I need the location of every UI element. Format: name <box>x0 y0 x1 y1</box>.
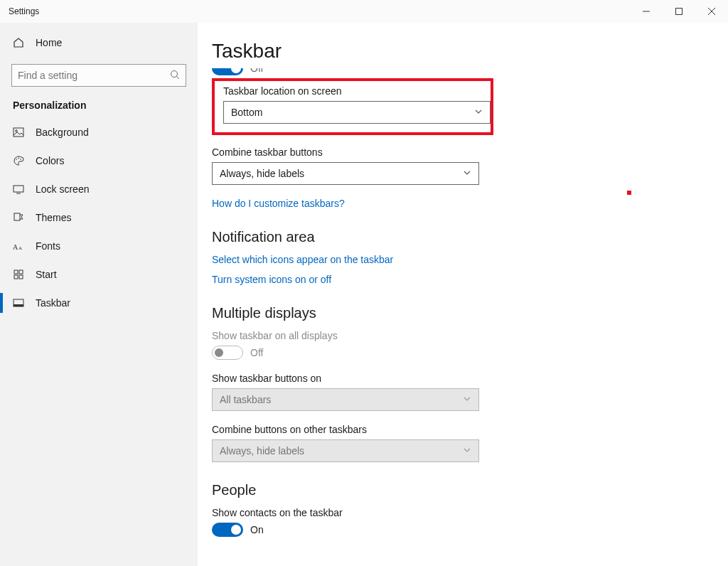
sidebar-item-label: Lock screen <box>36 183 89 195</box>
svg-point-4 <box>171 70 178 77</box>
titlebar: Settings <box>0 0 728 23</box>
partial-toggle-label: Off <box>250 68 263 74</box>
help-link[interactable]: How do I customize taskbars? <box>212 198 728 209</box>
show-buttons-on-label: Show taskbar buttons on <box>212 373 479 384</box>
chevron-down-icon <box>474 107 483 118</box>
palette-icon <box>13 155 24 166</box>
minimize-button[interactable] <box>630 0 663 23</box>
sidebar-item-taskbar[interactable]: Taskbar <box>0 289 198 317</box>
svg-text:A: A <box>13 243 18 251</box>
svg-text:A: A <box>18 245 22 251</box>
partial-toggle[interactable] <box>212 68 243 75</box>
sidebar-item-lock-screen[interactable]: Lock screen <box>0 175 198 203</box>
dropdown-value: Always, hide labels <box>220 445 304 456</box>
sidebar-item-label: Fonts <box>36 240 60 252</box>
search-input[interactable]: Find a setting <box>11 64 186 87</box>
dropdown-value: All taskbars <box>220 394 271 405</box>
sidebar-item-label: Background <box>36 127 89 138</box>
show-buttons-on-dropdown: All taskbars <box>212 388 479 411</box>
show-contacts-label: Show contacts on the taskbar <box>212 507 728 518</box>
taskbar-icon <box>13 297 24 309</box>
chevron-down-icon <box>463 394 471 405</box>
combine-taskbar-dropdown[interactable]: Always, hide labels <box>212 162 479 185</box>
toggle-state-label: On <box>250 524 264 535</box>
svg-rect-13 <box>14 213 20 220</box>
search-placeholder: Find a setting <box>18 70 77 81</box>
sidebar-item-start[interactable]: Start <box>0 260 198 289</box>
svg-rect-18 <box>14 275 18 279</box>
show-taskbar-all-toggle <box>212 346 243 360</box>
search-icon <box>170 70 180 82</box>
svg-rect-17 <box>19 270 23 274</box>
svg-point-10 <box>20 159 21 160</box>
close-button[interactable] <box>695 0 728 23</box>
page-title: Taskbar <box>212 40 728 63</box>
svg-point-9 <box>18 158 19 159</box>
lock-screen-icon <box>13 183 24 195</box>
highlight-annotation: Taskbar location on screen Bottom <box>212 78 493 135</box>
sidebar-item-colors[interactable]: Colors <box>0 146 198 175</box>
sidebar-item-label: Colors <box>36 155 64 166</box>
system-icons-link[interactable]: Turn system icons on or off <box>212 274 728 285</box>
sidebar-item-label: Taskbar <box>36 297 70 309</box>
home-button[interactable]: Home <box>0 28 198 57</box>
dropdown-value: Always, hide labels <box>220 168 304 179</box>
sidebar-item-label: Start <box>36 269 57 280</box>
taskbar-location-label: Taskbar location on screen <box>223 85 482 97</box>
home-icon <box>13 37 24 48</box>
svg-rect-6 <box>14 128 23 137</box>
multiple-displays-heading: Multiple displays <box>212 305 728 321</box>
notification-area-heading: Notification area <box>212 229 728 245</box>
window-controls <box>630 0 728 23</box>
combine-other-label: Combine buttons on other taskbars <box>212 424 479 435</box>
sidebar-item-label: Themes <box>36 212 72 223</box>
people-heading: People <box>212 482 728 498</box>
toggle-state-label: Off <box>250 347 263 358</box>
taskbar-location-dropdown[interactable]: Bottom <box>223 101 491 124</box>
annotation-dot <box>627 191 631 195</box>
svg-rect-16 <box>14 270 18 274</box>
partial-toggle-row: Off <box>212 68 728 75</box>
dropdown-value: Bottom <box>231 107 262 118</box>
svg-rect-11 <box>14 186 23 192</box>
home-label: Home <box>36 37 62 48</box>
combine-other-dropdown: Always, hide labels <box>212 439 479 462</box>
fonts-icon: AA <box>13 240 24 252</box>
show-contacts-toggle[interactable] <box>212 523 243 537</box>
sidebar: Home Find a setting Personalization Back… <box>0 23 198 566</box>
category-heading: Personalization <box>0 94 198 118</box>
svg-point-8 <box>16 159 17 160</box>
start-icon <box>13 269 24 280</box>
sidebar-item-fonts[interactable]: AA Fonts <box>0 232 198 260</box>
combine-taskbar-label: Combine taskbar buttons <box>212 146 479 158</box>
maximize-button[interactable] <box>663 0 695 23</box>
svg-rect-1 <box>676 9 682 15</box>
svg-rect-19 <box>19 275 23 279</box>
window-title: Settings <box>0 6 39 16</box>
sidebar-item-themes[interactable]: Themes <box>0 203 198 232</box>
svg-line-5 <box>177 76 180 79</box>
chevron-down-icon <box>463 445 471 456</box>
main-content: Taskbar Off Taskbar location on screen B… <box>198 23 728 566</box>
svg-point-7 <box>16 130 18 132</box>
themes-icon <box>13 212 24 223</box>
chevron-down-icon <box>463 168 471 179</box>
select-icons-link[interactable]: Select which icons appear on the taskbar <box>212 254 728 265</box>
picture-icon <box>13 127 24 138</box>
show-taskbar-all-label: Show taskbar on all displays <box>212 330 728 341</box>
sidebar-item-background[interactable]: Background <box>0 118 198 146</box>
svg-rect-21 <box>14 304 23 306</box>
